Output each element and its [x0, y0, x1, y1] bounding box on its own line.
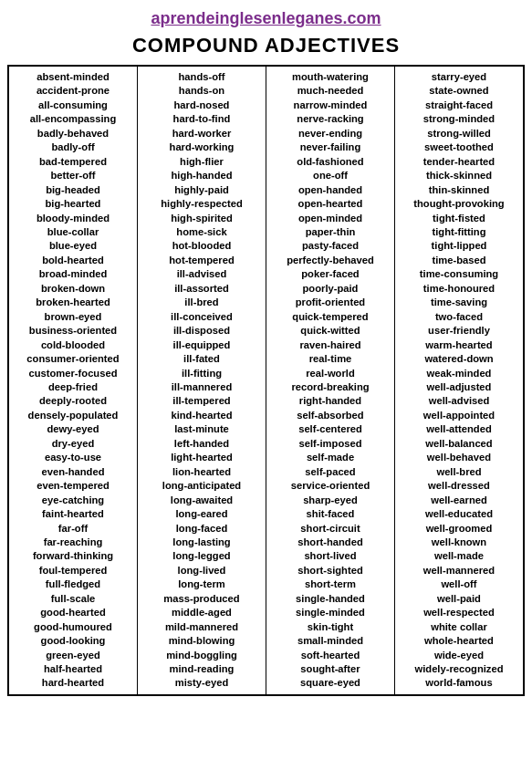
word-item: long-awaited [141, 494, 263, 507]
word-item: square-eyed [269, 676, 391, 690]
word-item: real-world [269, 367, 391, 380]
word-item: ill-advised [141, 267, 263, 281]
word-item: high-handed [141, 169, 263, 182]
word-item: hot-blooded [141, 239, 263, 253]
word-item: white collar [398, 620, 520, 634]
word-item: accident-prone [12, 84, 134, 98]
word-item: whole-hearted [398, 634, 520, 648]
word-item: long-legged [141, 549, 263, 563]
word-item: highly-respected [141, 197, 263, 211]
word-item: warm-hearted [398, 338, 520, 352]
word-item: ill-mannered [141, 380, 263, 394]
word-item: broad-minded [12, 267, 134, 281]
word-item: ill-fitting [141, 367, 263, 380]
word-item: short-sighted [269, 564, 391, 578]
word-item: light-hearted [141, 451, 263, 464]
word-item: self-centered [269, 422, 391, 436]
word-item: sought-after [269, 662, 391, 676]
word-item: thick-skinned [398, 169, 520, 182]
word-item: well-paid [398, 592, 520, 606]
word-item: forward-thinking [12, 549, 134, 563]
word-item: record-breaking [269, 380, 391, 394]
word-item: paper-thin [269, 225, 391, 239]
word-item: weak-minded [398, 367, 520, 380]
word-item: well-off [398, 578, 520, 591]
word-item: far-off [12, 522, 134, 536]
word-item: hard-nosed [141, 99, 263, 112]
word-item: world-famous [398, 676, 520, 690]
word-item: misty-eyed [141, 676, 263, 690]
word-item: self-paced [269, 465, 391, 479]
word-item: well-attended [398, 422, 520, 436]
word-item: full-scale [12, 592, 134, 606]
word-item: bloody-minded [12, 212, 134, 225]
word-item: profit-oriented [269, 296, 391, 309]
word-item: self-made [269, 451, 391, 464]
word-item: well-behaved [398, 451, 520, 464]
word-item: ill-fated [141, 352, 263, 366]
word-item: perfectly-behaved [269, 254, 391, 267]
word-item: tender-hearted [398, 155, 520, 169]
word-item: tight-fitting [398, 225, 520, 239]
word-item: bold-hearted [12, 254, 134, 267]
word-item: well-earned [398, 494, 520, 507]
word-item: far-reaching [12, 536, 134, 549]
word-item: mass-produced [141, 592, 263, 606]
word-item: consumer-oriented [12, 352, 134, 366]
word-item: full-fledged [12, 578, 134, 591]
word-item: shit-faced [269, 507, 391, 521]
word-item: time-saving [398, 296, 520, 309]
word-item: two-faced [398, 310, 520, 324]
word-item: state-owned [398, 84, 520, 98]
word-item: open-minded [269, 212, 391, 225]
word-item: good-humoured [12, 620, 134, 634]
word-item: foul-tempered [12, 564, 134, 578]
word-item: mind-blowing [141, 634, 263, 648]
word-item: all-consuming [12, 99, 134, 112]
word-item: tight-fisted [398, 212, 520, 225]
word-item: soft-hearted [269, 649, 391, 662]
word-item: mild-mannered [141, 620, 263, 634]
word-item: ill-assorted [141, 282, 263, 296]
word-item: quick-tempered [269, 310, 391, 324]
word-item: much-needed [269, 84, 391, 98]
site-title: aprendeinglesenleganes.com [7, 9, 525, 28]
word-item: strong-willed [398, 127, 520, 140]
word-item: brown-eyed [12, 310, 134, 324]
word-item: raven-haired [269, 338, 391, 352]
word-item: good-looking [12, 634, 134, 648]
word-item: real-time [269, 352, 391, 366]
word-item: deep-fried [12, 380, 134, 394]
word-item: narrow-minded [269, 99, 391, 112]
word-item: good-hearted [12, 606, 134, 619]
word-item: better-off [12, 169, 134, 182]
word-item: high-spirited [141, 212, 263, 225]
word-item: single-handed [269, 592, 391, 606]
word-item: well-advised [398, 394, 520, 408]
word-item: long-eared [141, 507, 263, 521]
word-item: blue-eyed [12, 239, 134, 253]
word-item: left-handed [141, 437, 263, 451]
word-item: watered-down [398, 352, 520, 366]
word-item: kind-hearted [141, 409, 263, 422]
word-item: all-encompassing [12, 112, 134, 126]
word-item: home-sick [141, 225, 263, 239]
word-item: business-oriented [12, 324, 134, 338]
word-item: even-tempered [12, 479, 134, 493]
word-item: high-flier [141, 155, 263, 169]
word-item: long-anticipated [141, 479, 263, 493]
word-item: hands-on [141, 84, 263, 98]
word-item: skin-tight [269, 620, 391, 634]
site-link[interactable]: aprendeinglesenleganes.com [151, 9, 381, 27]
word-item: faint-hearted [12, 507, 134, 521]
word-item: half-hearted [12, 662, 134, 676]
word-item: thought-provoking [398, 197, 520, 211]
word-item: well-mannered [398, 564, 520, 578]
word-item: self-imposed [269, 437, 391, 451]
word-item: time-consuming [398, 267, 520, 281]
word-item: single-minded [269, 606, 391, 619]
word-item: short-circuit [269, 522, 391, 536]
word-item: broken-hearted [12, 296, 134, 309]
word-item: well-known [398, 536, 520, 549]
word-item: cold-blooded [12, 338, 134, 352]
